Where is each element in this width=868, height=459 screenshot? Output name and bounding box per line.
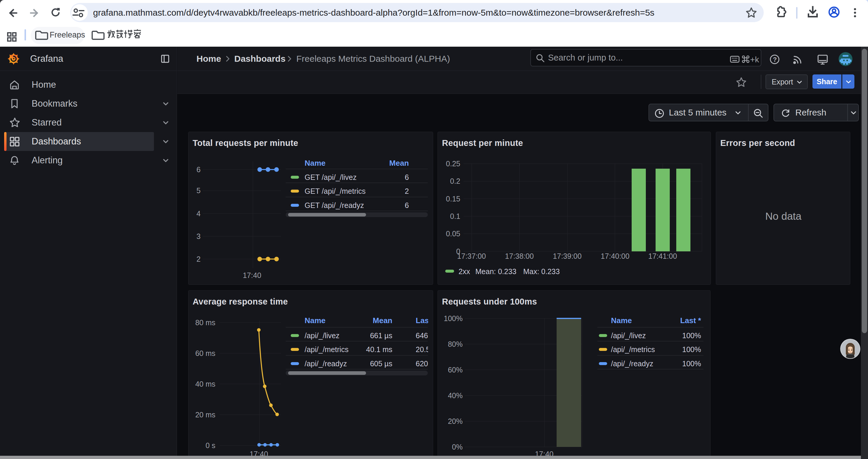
svg-text:?: ? (773, 56, 777, 63)
svg-text:GET /api/_/livez: GET /api/_/livez (305, 173, 356, 182)
svg-text:2: 2 (405, 187, 409, 195)
svg-text:Mean: Mean (373, 316, 392, 325)
svg-text:620 µ: 620 µ (416, 359, 433, 368)
svg-text:17:40:00: 17:40:00 (601, 252, 629, 260)
svg-text:Name: Name (611, 316, 632, 325)
svg-text:0.25: 0.25 (446, 160, 460, 168)
svg-text:/api/_/readyz: /api/_/readyz (611, 359, 653, 368)
svg-text:40.1 ms: 40.1 ms (366, 345, 392, 354)
svg-text:/api/_/readyz: /api/_/readyz (305, 359, 347, 368)
svg-text:/api/_/livez: /api/_/livez (305, 331, 339, 340)
svg-text:646 µ: 646 µ (416, 331, 433, 340)
svg-text:100%: 100% (682, 359, 701, 368)
svg-text:100%: 100% (682, 345, 701, 354)
svg-text:100%: 100% (682, 331, 701, 340)
svg-text:60 ms: 60 ms (195, 349, 215, 357)
svg-text:Mean: 0.233: Mean: 0.233 (475, 267, 517, 275)
svg-text:6: 6 (405, 201, 409, 209)
svg-text:17:41:00: 17:41:00 (648, 252, 677, 260)
svg-text:Max: 0.233: Max: 0.233 (523, 267, 560, 275)
svg-text:GET /api/_/metrics: GET /api/_/metrics (305, 187, 366, 195)
svg-text:Freeleaps: Freeleaps (50, 30, 85, 39)
svg-text:+k: +k (750, 56, 759, 64)
svg-text:0.1: 0.1 (450, 212, 460, 220)
svg-text:17:37:00: 17:37:00 (457, 252, 486, 260)
svg-text:17:39:00: 17:39:00 (553, 252, 582, 260)
svg-text:/api/_/metrics: /api/_/metrics (305, 345, 349, 354)
svg-text:Name: Name (305, 316, 326, 325)
svg-text:6: 6 (196, 165, 200, 174)
svg-text:0.2: 0.2 (450, 177, 460, 185)
svg-text:GET /api/_/readyz: GET /api/_/readyz (305, 201, 364, 209)
svg-text:100%: 100% (444, 314, 463, 323)
svg-text:80%: 80% (448, 340, 463, 348)
svg-text:17:38:00: 17:38:00 (505, 252, 533, 260)
svg-text:Mean: Mean (390, 159, 409, 167)
svg-text:0 s: 0 s (206, 441, 215, 450)
svg-text:0%: 0% (452, 443, 463, 451)
svg-text:40 ms: 40 ms (195, 380, 215, 388)
svg-text:Name: Name (305, 159, 326, 167)
svg-text:605 µs: 605 µs (370, 359, 392, 368)
svg-text:Last *: Last * (416, 316, 433, 325)
svg-text:20 ms: 20 ms (195, 411, 215, 419)
svg-text:40%: 40% (448, 391, 463, 400)
svg-text:4: 4 (196, 209, 200, 218)
svg-text:2: 2 (196, 255, 200, 263)
svg-text:6: 6 (405, 173, 409, 182)
svg-text:20.5 m: 20.5 m (416, 345, 433, 354)
svg-text:/api/_/livez: /api/_/livez (611, 331, 646, 340)
svg-text:0.05: 0.05 (446, 230, 460, 238)
svg-text:17:40: 17:40 (243, 271, 261, 280)
svg-text:80 ms: 80 ms (195, 319, 215, 327)
svg-text:Last *: Last * (680, 316, 701, 325)
svg-text:3: 3 (196, 232, 200, 240)
svg-text:5: 5 (196, 186, 200, 195)
svg-text:661 µs: 661 µs (370, 331, 392, 340)
svg-text:/api/_/metrics: /api/_/metrics (611, 345, 655, 354)
svg-text:60%: 60% (448, 366, 463, 374)
svg-text:0.15: 0.15 (446, 195, 460, 203)
svg-text:2xx: 2xx (459, 267, 470, 275)
svg-text:20%: 20% (448, 417, 463, 425)
